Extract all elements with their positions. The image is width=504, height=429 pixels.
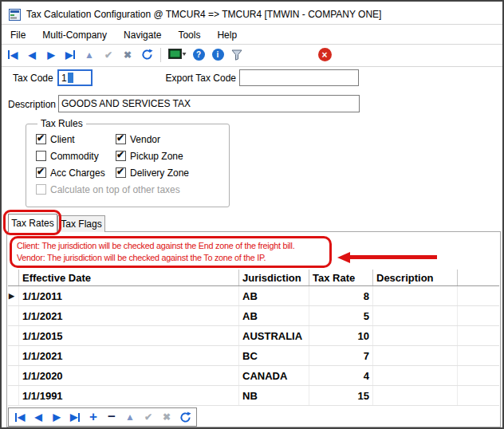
checkbox-client[interactable]: Client — [36, 131, 116, 148]
cell-description[interactable] — [373, 306, 458, 325]
annotation-arrow-head — [337, 252, 350, 263]
cell-jurisdiction[interactable]: AB — [239, 286, 309, 305]
menu-help[interactable]: Help — [217, 30, 237, 41]
cell-description[interactable] — [373, 386, 458, 405]
cell-filler — [458, 386, 499, 405]
menu-multi-company[interactable]: Multi-Company — [42, 30, 107, 41]
menubar-divider — [2, 44, 502, 45]
checkbox-delivery-zone-box — [116, 167, 126, 178]
help-button[interactable]: ? — [191, 47, 207, 63]
nav-first-button[interactable]: ◀ — [5, 47, 21, 63]
record-last-button[interactable]: ▶ — [67, 409, 83, 425]
checkbox-vendor-box — [116, 134, 126, 144]
cell-description[interactable] — [373, 326, 458, 345]
header-description[interactable]: Description — [373, 270, 458, 285]
nav-last-button[interactable]: ▶ — [62, 47, 78, 63]
table-row[interactable]: 1/1/1991 NB 15 — [8, 386, 499, 406]
cancel-button[interactable]: ✖ — [120, 47, 136, 63]
record-first-button[interactable]: ◀ — [12, 409, 28, 425]
cell-tax-rate[interactable]: 15 — [309, 386, 373, 405]
info-icon: i — [212, 49, 224, 61]
cell-filler — [458, 286, 499, 305]
cell-effective-date[interactable]: 1/1/2021 — [19, 306, 239, 325]
header-filler — [458, 270, 499, 285]
menu-file[interactable]: File — [10, 30, 26, 41]
tax-code-input[interactable]: 1 — [57, 69, 93, 86]
checkbox-vendor[interactable]: Vendor — [116, 131, 227, 148]
record-post-button[interactable]: ✔ — [140, 409, 156, 425]
cell-jurisdiction[interactable]: BC — [239, 346, 309, 365]
checkbox-commodity-box — [36, 151, 46, 161]
table-row[interactable]: ▶ 1/1/2011 AB 8 — [8, 286, 499, 306]
cell-tax-rate[interactable]: 5 — [309, 306, 373, 325]
cell-description[interactable] — [373, 286, 458, 305]
cell-description[interactable] — [373, 346, 458, 365]
tab-tax-flags[interactable]: Tax Flags — [57, 215, 105, 232]
cell-tax-rate[interactable]: 10 — [309, 326, 373, 345]
table-row[interactable]: 1/1/2021 AB 5 — [8, 306, 499, 326]
cell-jurisdiction[interactable]: CANADA — [239, 366, 309, 385]
record-cancel-button[interactable]: ✖ — [159, 409, 175, 425]
cell-effective-date[interactable]: 1/1/2021 — [19, 346, 239, 365]
tab-tax-rates[interactable]: Tax Rates — [8, 214, 57, 232]
table-row[interactable]: 1/1/2021 BC 7 — [8, 346, 499, 366]
cell-description[interactable] — [373, 366, 458, 385]
toolbar-separator — [160, 48, 161, 62]
checkbox-pickup-zone[interactable]: Pickup Zone — [116, 148, 227, 164]
text-caret — [68, 73, 73, 83]
checkbox-commodity[interactable]: Commodity — [36, 148, 116, 164]
cell-effective-date[interactable]: 1/1/1991 — [19, 386, 239, 405]
move-up-button[interactable]: ▲ — [81, 47, 97, 63]
cell-tax-rate[interactable]: 4 — [309, 366, 373, 385]
nav-prev-button[interactable]: ◀ — [24, 47, 40, 63]
help-icon: ? — [193, 49, 205, 61]
cell-filler — [458, 326, 499, 345]
post-button[interactable]: ✔ — [100, 47, 116, 63]
cell-effective-date[interactable]: 1/1/2020 — [19, 366, 239, 385]
main-toolbar: ◀ ◀ ▶ ▶ ▲ ✔ ✖ ? i — [5, 45, 333, 64]
row-selector — [8, 386, 19, 405]
table-row[interactable]: 1/1/2015 AUSTRALIA 10 — [8, 326, 499, 346]
checkbox-pickup-zone-box — [116, 151, 126, 161]
record-insert-button[interactable]: + — [85, 409, 101, 425]
table-header: Effective Date Jurisdiction Tax Rate Des… — [8, 270, 499, 286]
header-jurisdiction[interactable]: Jurisdiction — [239, 270, 309, 285]
record-prev-button[interactable]: ◀ — [30, 409, 46, 425]
close-button[interactable]: × — [317, 47, 333, 63]
window-select-button[interactable] — [167, 47, 187, 63]
cell-jurisdiction[interactable]: NB — [239, 386, 309, 405]
export-tax-code-input[interactable] — [239, 69, 359, 86]
nav-next-button[interactable]: ▶ — [43, 47, 59, 63]
cell-tax-rate[interactable]: 7 — [309, 346, 373, 365]
menu-navigate[interactable]: Navigate — [124, 30, 161, 41]
tax-code-label: Tax Code — [13, 70, 53, 86]
cell-effective-date[interactable]: 1/1/2015 — [19, 326, 239, 345]
record-delete-button[interactable]: − — [104, 409, 120, 425]
filter-button[interactable] — [229, 47, 245, 63]
row-selector — [8, 306, 19, 325]
checkbox-acc-charges-box — [36, 167, 46, 178]
cell-tax-rate[interactable]: 8 — [309, 286, 373, 305]
row-selector — [8, 326, 19, 345]
app-icon — [9, 9, 21, 21]
titlebar: Tax Calculation Configuration @ TMCUR4 =… — [9, 6, 496, 22]
tax-code-value: 1 — [61, 73, 67, 84]
record-refresh-button[interactable] — [177, 409, 193, 425]
checkbox-acc-charges[interactable]: Acc Charges — [36, 164, 116, 181]
header-effective-date[interactable]: Effective Date — [19, 270, 239, 285]
refresh-button[interactable] — [139, 47, 155, 63]
checkbox-delivery-zone[interactable]: Delivery Zone — [116, 164, 227, 181]
header-tax-rate[interactable]: Tax Rate — [309, 270, 373, 285]
description-input[interactable] — [58, 95, 360, 112]
record-toolbar: ◀ ◀ ▶ ▶ + − ▲ ✔ ✖ — [8, 407, 197, 427]
cell-jurisdiction[interactable]: AB — [239, 306, 309, 325]
annotation-line-client: Client: The jurisdiction will be checked… — [17, 240, 325, 252]
table-row[interactable]: 1/1/2020 CANADA 4 — [8, 366, 499, 386]
record-edit-button[interactable]: ▲ — [122, 409, 138, 425]
cell-effective-date[interactable]: 1/1/2011 — [19, 286, 239, 305]
record-next-button[interactable]: ▶ — [49, 409, 65, 425]
info-button[interactable]: i — [210, 47, 226, 63]
menubar: File Multi-Company Navigate Tools Help — [6, 26, 237, 43]
menu-tools[interactable]: Tools — [178, 30, 200, 41]
cell-jurisdiction[interactable]: AUSTRALIA — [239, 326, 309, 345]
